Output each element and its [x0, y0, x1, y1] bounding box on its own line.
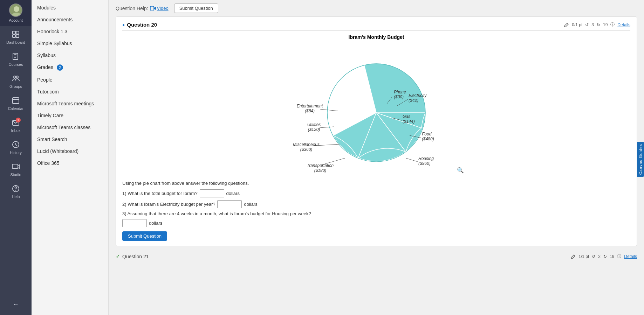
sidebar-item-grades-label: Grades	[37, 64, 53, 70]
chart-label-entertainment-val: ($84)	[305, 108, 315, 113]
attempts-icon: ↻	[597, 22, 600, 27]
main-content: Question Help: Video Submit Question Que…	[109, 0, 644, 315]
sidebar-item-syllabus[interactable]: Syllabus	[32, 49, 108, 61]
help-label: Help	[12, 195, 20, 199]
account-label: Account	[9, 18, 23, 22]
nav-courses[interactable]: Courses	[0, 48, 32, 70]
q1-input[interactable]	[200, 189, 224, 197]
edit-icon	[564, 22, 569, 27]
sidebar-item-modules[interactable]: Modules	[32, 2, 108, 14]
sidebar-item-modules-label: Modules	[37, 5, 56, 10]
question-help-label: Question Help: Video	[116, 6, 169, 11]
question-20-q2: 2) What is Ibram's Electricity budget pe…	[122, 200, 630, 208]
chart-label-utilities: Utilities	[307, 122, 321, 127]
sidebar-item-honorlock[interactable]: Honorlock 1.3	[32, 26, 108, 37]
sidebar-item-timely-care[interactable]: Timely Care	[32, 110, 108, 121]
check-icon: ✓	[116, 253, 120, 260]
question-21-footer: ✓ Question 21 1/1 pt ↺ 2 ↻ 19 ⓘ Details	[116, 250, 637, 262]
retry-icon: ↺	[585, 22, 589, 27]
sidebar-item-smart-search[interactable]: Smart Search	[32, 133, 108, 145]
sidebar-item-ms-teams-meetings[interactable]: Microsoft Teams meetings	[32, 98, 108, 110]
edit-icon-21	[571, 254, 576, 259]
nav-dashboard[interactable]: Dashboard	[0, 26, 32, 48]
question-20-number: Question 20	[122, 22, 157, 28]
sidebar-item-office365[interactable]: Office 365	[32, 157, 108, 169]
chart-label-misc-val: ($360)	[300, 147, 313, 152]
question-20-title-row: Question 20 0/1 pt ↺ 3 ↻ 19 ⓘ Details	[122, 22, 630, 31]
nav-calendar[interactable]: Calendar	[0, 92, 32, 114]
svg-line-29	[406, 158, 418, 162]
chart-label-transport-val: ($180)	[314, 168, 327, 173]
nav-history[interactable]: History	[0, 136, 32, 158]
dashboard-label: Dashboard	[6, 40, 25, 44]
sidebar-item-people[interactable]: People	[32, 74, 108, 86]
nav-help[interactable]: Help	[0, 180, 32, 202]
chart-label-utilities-val: ($120)	[308, 127, 320, 132]
calendar-icon	[11, 96, 21, 105]
chart-title: Ibram's Monthly Budget	[285, 34, 467, 40]
sidebar-item-ms-teams-classes[interactable]: Microsoft Teams classes	[32, 121, 108, 133]
nav-bar: Account Dashboard Courses Groups Calenda…	[0, 0, 32, 315]
calendar-label: Calendar	[8, 106, 24, 111]
q3-input[interactable]	[122, 219, 147, 227]
chart-label-misc: Miscellaneous	[293, 142, 320, 147]
sidebar: Modules Announcements Honorlock 1.3 Simp…	[32, 0, 109, 315]
svg-rect-19	[12, 164, 18, 168]
grades-badge: 2	[57, 64, 63, 71]
sidebar-item-announcements[interactable]: Announcements	[32, 14, 108, 26]
sidebar-item-grades[interactable]: Grades 2	[32, 61, 108, 74]
courses-label: Courses	[9, 62, 23, 66]
question-header: Question Help: Video Submit Question	[116, 4, 637, 13]
info-icon: ⓘ	[610, 22, 615, 28]
svg-marker-23	[154, 7, 156, 10]
sidebar-item-people-label: People	[37, 77, 53, 83]
svg-line-33	[320, 109, 338, 111]
q2-input[interactable]	[217, 200, 242, 208]
q3-label: 3) Assuming that there are 4 weeks in a …	[122, 211, 311, 216]
sidebar-item-ms-teams-classes-label: Microsoft Teams classes	[37, 125, 90, 130]
video-link[interactable]: Video	[157, 6, 169, 11]
question-20-details[interactable]: Details	[617, 22, 630, 27]
question-20-q1: 1) What is the total budget for Ibram? d…	[122, 189, 630, 197]
chart-area: Ibram's Monthly Budget	[122, 34, 630, 177]
nav-groups[interactable]: Groups	[0, 70, 32, 92]
question-20-retry: 3	[591, 22, 594, 27]
question-21-attempts: 19	[610, 254, 614, 259]
help-icon	[11, 184, 21, 194]
submit-question-button-top[interactable]: Submit Question	[174, 4, 218, 13]
question-21-retry: 2	[598, 254, 601, 259]
question-21-details[interactable]: Details	[624, 254, 637, 259]
svg-rect-4	[16, 31, 19, 34]
zoom-icon[interactable]: 🔍	[457, 167, 464, 174]
account-nav-item[interactable]: Account	[0, 0, 32, 26]
sidebar-item-announcements-label: Announcements	[37, 17, 73, 22]
studio-icon	[11, 162, 21, 172]
sidebar-item-tutorcom-label: Tutor.com	[37, 89, 59, 94]
avatar	[9, 4, 22, 17]
sidebar-item-simple-syllabus[interactable]: Simple Syllabus	[32, 37, 108, 49]
svg-line-32	[320, 127, 334, 128]
groups-icon	[11, 74, 21, 83]
courses-icon	[11, 51, 21, 61]
info-icon-21: ⓘ	[617, 253, 621, 259]
submit-question-button-bottom[interactable]: Submit Question	[122, 231, 167, 241]
svg-point-11	[14, 76, 16, 78]
chart-label-entertainment: Entertainment	[297, 104, 323, 108]
svg-rect-6	[16, 35, 19, 37]
question-21-number: Question 21	[122, 254, 149, 259]
chart-label-housing: Housing	[418, 156, 434, 161]
svg-point-1	[14, 6, 19, 12]
canvas-guides-tab[interactable]: Canvas Guides	[637, 142, 644, 177]
sidebar-item-tutorcom[interactable]: Tutor.com	[32, 86, 108, 98]
question-20-q3: 3) Assuming that there are 4 weeks in a …	[122, 211, 630, 216]
sidebar-item-timely-care-label: Timely Care	[37, 113, 63, 118]
canvas-guides-wrap: Canvas Guides	[637, 142, 644, 177]
sidebar-item-lucid[interactable]: Lucid (Whiteboard)	[32, 145, 108, 157]
nav-inbox[interactable]: 1 Inbox	[0, 114, 32, 136]
svg-rect-13	[13, 98, 19, 104]
sidebar-item-office365-label: Office 365	[37, 160, 60, 166]
nav-studio[interactable]: Studio	[0, 158, 32, 180]
collapse-button[interactable]: ←	[13, 301, 19, 308]
chart-label-phone: Phone	[394, 90, 406, 94]
sidebar-item-honorlock-label: Honorlock 1.3	[37, 29, 67, 34]
